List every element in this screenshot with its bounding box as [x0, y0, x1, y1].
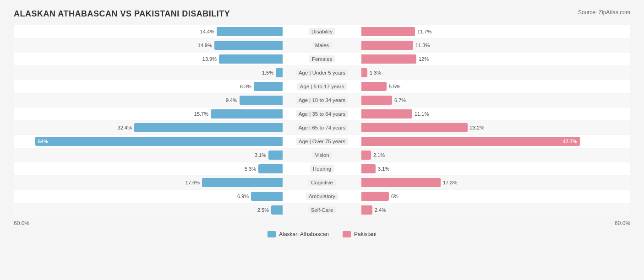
bar-right-section: 11.3%	[359, 41, 630, 50]
bar-row: 3.1%Vision2.1%	[14, 149, 630, 162]
bar-left-section: 1.5%	[14, 68, 285, 77]
bar-pink	[361, 151, 371, 160]
bar-row: 15.7%Age | 35 to 64 years11.1%	[14, 108, 630, 120]
bar-row: 1.5%Age | Under 5 years1.3%	[14, 66, 630, 79]
bar-row-label: Age | 65 to 74 years	[296, 124, 349, 131]
bar-value-right: 6%	[391, 194, 398, 199]
bar-label-section: Cognitive	[285, 179, 359, 186]
chart-container: ALASKAN ATHABASCAN VS PAKISTANI DISABILI…	[0, 0, 644, 247]
bar-right-section: 5.5%	[359, 82, 630, 91]
bar-blue	[134, 123, 283, 132]
x-axis-left-label: 60.0%	[14, 220, 29, 226]
bar-row-label: Age | 35 to 64 years	[296, 110, 349, 118]
bar-row-label: Vision	[312, 151, 332, 159]
bar-label-section: Males	[285, 42, 359, 49]
bar-right-section: 47.7%	[359, 137, 630, 146]
bar-value-left: 17.6%	[186, 180, 200, 185]
bar-label-section: Hearing	[285, 165, 359, 172]
bar-row: 6.9%Ambulatory6%	[14, 190, 630, 203]
bar-blue	[251, 192, 283, 201]
bar-right-section: 17.3%	[359, 178, 630, 187]
bar-pink	[361, 205, 372, 215]
bar-left-section: 17.6%	[14, 178, 285, 187]
bar-value-left: 14.4%	[200, 29, 214, 34]
bar-label-section: Disability	[285, 28, 359, 35]
bar-blue	[214, 41, 283, 50]
bar-row-label: Disability	[309, 28, 335, 35]
bar-row-label: Ambulatory	[306, 193, 338, 200]
bar-label-section: Age | 65 to 74 years	[285, 124, 359, 131]
bar-value-left: 1.5%	[262, 70, 273, 75]
bar-left-section: 9.4%	[14, 96, 285, 105]
bar-value-right: 6.7%	[394, 97, 406, 103]
bar-blue	[271, 205, 283, 215]
bar-value-right: 17.3%	[443, 180, 457, 185]
bar-row-label: Age | 5 to 17 years	[297, 83, 347, 90]
bar-label-section: Age | 18 to 34 years	[285, 97, 359, 104]
bar-pink: 47.7%	[361, 137, 580, 146]
bar-row: 6.3%Age | 5 to 17 years5.5%	[14, 80, 630, 93]
chart-title: ALASKAN ATHABASCAN VS PAKISTANI DISABILI…	[14, 9, 230, 19]
bar-left-section: 6.9%	[14, 192, 285, 201]
bar-label-section: Females	[285, 55, 359, 63]
bar-left-section: 14.4%	[14, 27, 285, 36]
bar-label-section: Age | 35 to 64 years	[285, 110, 359, 118]
bar-value-right: 5.5%	[389, 84, 400, 89]
bar-value-right: 11.1%	[415, 111, 429, 117]
bar-blue	[254, 82, 283, 91]
bar-left-section: 14.9%	[14, 41, 285, 50]
bar-value-left: 3.1%	[255, 152, 266, 158]
bar-blue	[211, 109, 283, 118]
bar-pink	[361, 192, 389, 201]
bar-left-section: 15.7%	[14, 109, 285, 118]
bar-row-label: Males	[312, 42, 332, 49]
bar-label-section: Self-Care	[285, 206, 359, 214]
x-axis-right-label: 60.0%	[615, 220, 630, 226]
bar-right-section: 1.3%	[359, 68, 630, 77]
bar-pink	[361, 54, 416, 64]
bar-value-right: 47.7%	[563, 139, 580, 144]
bar-label-section: Age | Over 75 years	[285, 138, 359, 145]
legend-alaskan-box	[267, 231, 276, 237]
bar-pink	[361, 82, 387, 91]
bar-value-left: 32.4%	[118, 125, 132, 130]
bar-row-label: Age | 18 to 34 years	[296, 97, 349, 104]
bar-row: 13.9%Females12%	[14, 53, 630, 65]
bar-left-section: 2.5%	[14, 205, 285, 215]
bar-label-section: Age | 5 to 17 years	[285, 83, 359, 90]
bar-right-section: 11.1%	[359, 109, 630, 118]
bar-value-right: 1.3%	[370, 70, 381, 75]
bar-value-right: 12%	[419, 56, 429, 62]
chart-area: 14.4%Disability11.7%14.9%Males11.3%13.9%…	[14, 25, 630, 216]
bar-pink	[361, 96, 392, 105]
bar-row-label: Females	[309, 55, 335, 63]
bar-value-left: 54%	[35, 139, 48, 144]
bar-value-left: 14.9%	[198, 43, 212, 48]
legend-pakistani-label: Pakistani	[354, 231, 377, 237]
bar-value-left: 5.3%	[245, 166, 256, 172]
bar-blue	[219, 54, 283, 64]
bar-value-left: 9.4%	[226, 97, 237, 103]
bar-value-left: 2.5%	[257, 207, 269, 213]
bar-value-right: 11.7%	[417, 29, 431, 34]
bar-row-label: Age | Over 75 years	[296, 138, 348, 145]
bar-pink	[361, 178, 441, 187]
bar-row: 9.4%Age | 18 to 34 years6.7%	[14, 94, 630, 107]
bar-value-left: 6.3%	[240, 84, 251, 89]
bar-blue	[202, 178, 283, 187]
bar-row: 14.4%Disability11.7%	[14, 25, 630, 38]
bar-left-section: 32.4%	[14, 123, 285, 132]
bar-blue: 54%	[35, 137, 283, 146]
bar-row: 2.5%Self-Care2.4%	[14, 204, 630, 216]
bar-value-right: 3.1%	[378, 166, 389, 172]
legend-pakistani: Pakistani	[343, 231, 377, 237]
bar-blue	[240, 96, 283, 105]
legend-alaskan: Alaskan Athabascan	[267, 231, 329, 237]
bar-pink	[361, 123, 468, 132]
bar-blue	[258, 164, 283, 173]
chart-header: ALASKAN ATHABASCAN VS PAKISTANI DISABILI…	[14, 9, 630, 19]
bar-pink	[361, 41, 413, 50]
bar-pink	[361, 27, 415, 36]
bar-value-right: 2.4%	[375, 207, 386, 213]
bar-value-right: 2.1%	[373, 152, 385, 158]
